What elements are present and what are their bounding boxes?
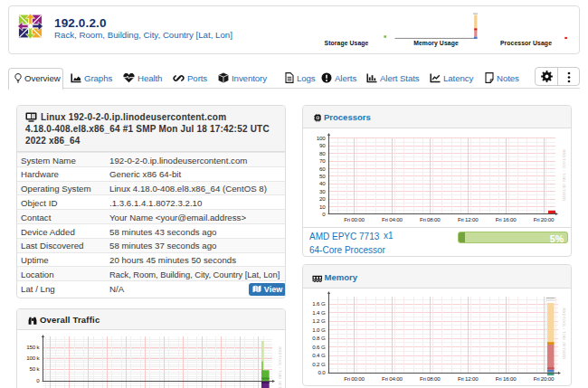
svg-text:1.2 G: 1.2 G	[312, 317, 326, 324]
svg-text:0.4 G: 0.4 G	[312, 352, 326, 358]
svg-text:Fri 20:00: Fri 20:00	[534, 216, 555, 222]
svg-text:30: 30	[319, 188, 326, 194]
svg-text:0.6 G: 0.6 G	[312, 344, 326, 350]
svg-text:Fri 04:00: Fri 04:00	[382, 375, 403, 382]
svg-text:0.2 G: 0.2 G	[312, 361, 326, 367]
svg-text:10: 10	[319, 203, 326, 210]
svg-text:1.6 G: 1.6 G	[312, 300, 326, 307]
svg-text:70: 70	[319, 157, 326, 164]
svg-text:40: 40	[319, 180, 326, 186]
svg-text:0.0: 0.0	[318, 369, 326, 375]
svg-text:Memory Usage: Memory Usage	[413, 40, 459, 47]
svg-text:Fri 12:00: Fri 12:00	[458, 375, 479, 382]
svg-text:100 k: 100 k	[26, 355, 40, 361]
svg-text:1.4 G: 1.4 G	[312, 309, 326, 316]
svg-text:Fri 00:00: Fri 00:00	[344, 375, 365, 382]
svg-text:1.0 G: 1.0 G	[312, 326, 326, 333]
svg-text:Fri 12:00: Fri 12:00	[458, 216, 479, 222]
svg-text:Fri 04:00: Fri 04:00	[382, 216, 403, 222]
svg-text:Fri 20:00: Fri 20:00	[534, 375, 555, 382]
svg-text:Processor Usage: Processor Usage	[500, 40, 552, 47]
svg-text:Fri 16:00: Fri 16:00	[496, 375, 517, 382]
svg-text:50: 50	[319, 173, 326, 179]
svg-text:RRDTOOL / TOBI OETIKER: RRDTOOL / TOBI OETIKER	[278, 346, 282, 388]
svg-text:Fri 16:00: Fri 16:00	[496, 216, 517, 222]
svg-text:60: 60	[319, 166, 326, 172]
svg-text:0: 0	[322, 211, 326, 217]
svg-text:0.8 G: 0.8 G	[312, 335, 326, 341]
svg-text:20: 20	[319, 195, 326, 202]
svg-text:0: 0	[36, 377, 40, 383]
svg-text:Fri 08:00: Fri 08:00	[420, 375, 441, 382]
svg-text:RRDTOOL / TOBI OETIKER: RRDTOOL / TOBI OETIKER	[562, 308, 566, 359]
svg-text:90: 90	[319, 142, 326, 148]
svg-text:100: 100	[317, 135, 326, 141]
svg-text:Fri 08:00: Fri 08:00	[420, 216, 441, 222]
svg-text:50 k: 50 k	[30, 365, 41, 372]
svg-text:80: 80	[319, 150, 326, 156]
svg-text:150 k: 150 k	[26, 344, 40, 350]
svg-text:Fri 00:00: Fri 00:00	[344, 216, 365, 222]
svg-text:RRDTOOL / TOBI OETIKER: RRDTOOL / TOBI OETIKER	[562, 149, 566, 201]
svg-text:Storage Usage: Storage Usage	[325, 40, 369, 47]
